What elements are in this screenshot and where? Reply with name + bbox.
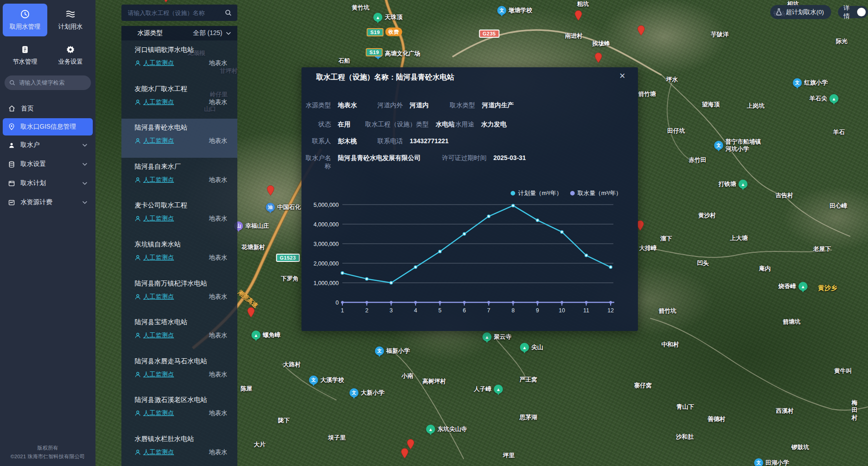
school-pin-icon[interactable]: 文 [714,141,723,150]
manual-monitor-link[interactable]: 人工监测点 [135,98,174,106]
station-name: 东坑镇自来水站 [135,240,231,249]
map-marker-icon[interactable] [594,52,602,65]
mountain-pin-icon[interactable]: ▲ [798,282,808,291]
modal-title: 取水工程（设施）名称：陆河县青砼水电站 [316,73,454,82]
field-value: 陆河县青砼水电发展有限公司 [338,154,421,170]
sidebar-search-input[interactable] [18,79,86,86]
manual-monitor-link[interactable]: 人工监测点 [135,137,174,145]
sidebar-item-water-billing[interactable]: 水资源计费 [3,194,93,211]
list-item[interactable]: 水唇镇水栏肚水电站人工监测点地表水 [121,430,237,466]
map-label-text: 思茅湖 [520,414,537,421]
over-plan-intake-button[interactable]: 超计划取水(0) [770,5,831,19]
svg-text:7: 7 [487,307,490,314]
temple-pin-icon[interactable]: ▲ [426,425,435,434]
school-pin-icon[interactable]: 文 [309,376,318,385]
manual-monitor-link[interactable]: 人工监测点 [135,293,174,301]
school-pin-icon[interactable]: 文 [350,388,359,397]
map-label-text: 幸福山庄 [246,222,269,230]
module-tile-water-saving[interactable]: 节水管理 [3,39,47,72]
map-marker-icon[interactable] [401,448,409,461]
manual-monitor-link[interactable]: 人工监测点 [135,254,174,262]
map-marker-icon[interactable] [637,25,645,38]
map-label: 寨仔窝 [634,382,652,389]
legend-item[interactable]: 计划量（m³/年） [511,189,562,197]
sidebar-item-label: 取水户 [20,141,40,149]
legend-item[interactable]: 取水量（m³/年） [570,189,622,197]
mountain-pin-icon[interactable]: ▲ [829,94,838,103]
map-label: 坪水 [666,76,678,83]
mountain-pin-icon[interactable]: ▲ [520,343,529,352]
list-item[interactable]: 陆河县激石溪老区水电站人工监测点地表水 [121,391,237,430]
list-item[interactable]: 麦卡公司取水工程人工监测点地表水 [121,196,237,236]
map-marker-icon[interactable] [574,10,582,23]
list-item[interactable]: 友能水厂取水工程人工监测点地表水 [121,80,237,119]
school-pin-icon[interactable]: 文 [793,78,802,87]
module-tile-planned-water[interactable]: 计划用水 [48,4,93,36]
search-icon[interactable] [225,9,232,16]
legend-label: 取水量（m³/年） [577,189,622,197]
station-search-input[interactable] [127,9,225,17]
list-item[interactable]: 陆河县宝塔水电站人工监测点地表水 [121,313,237,352]
manual-monitor-link[interactable]: 人工监测点 [135,176,174,184]
manual-monitor-link[interactable]: 人工监测点 [135,215,174,223]
map-marker-icon[interactable] [247,307,255,320]
person-icon [135,332,141,339]
manual-monitor-link[interactable]: 人工监测点 [135,59,174,67]
list-item[interactable]: 陆河县水唇走马石水电站人工监测点地表水 [121,352,237,391]
list-item[interactable]: 东坑镇自来水站人工监测点地表水 [121,236,237,275]
module-tile-business-settings[interactable]: 业务设置 [48,39,93,72]
map-label: 打铁塘▲ [718,180,748,189]
svg-text:8: 8 [512,307,515,314]
list-item[interactable]: 陆河县青砼水电站人工监测点地表水 [121,119,237,158]
field-label: 取水工程（设施）类型 [356,120,429,128]
mountain-pin-icon[interactable]: ▲ [738,180,748,189]
sidebar-item-intake-plan[interactable]: 取水计划 [3,175,93,192]
manual-monitor-link[interactable]: 人工监测点 [135,409,174,417]
map-label-text: 赤竹田 [689,156,707,164]
list-item[interactable]: 陆河县自来水厂人工监测点地表水 [121,158,237,197]
manual-monitor-link[interactable]: 人工监测点 [135,448,174,456]
map-label-text: 坝子里 [328,434,346,441]
map-label-text: 沙和肚 [676,433,694,441]
map-label-text: 羊石 [833,129,845,136]
manual-monitor-link[interactable]: 人工监测点 [135,371,174,379]
map-label: 望海顶 [702,101,720,108]
toggle-knob[interactable] [857,8,866,16]
sidebar-item-home[interactable]: 首页 [3,100,93,117]
close-icon[interactable]: × [619,71,625,81]
sidebar-item-label: 取水计划 [20,179,46,187]
school-pin-icon[interactable]: 文 [754,458,763,466]
app-window: 黄竹坑粗坑相坑铁场芋陂洋际光石船龙颈根甘坪村岭仔里山口南进村挨垅蜂坪水箭竹塘望海… [0,0,868,466]
mountain-pin-icon[interactable]: ▲ [251,331,261,340]
monitor-label: 人工监测点 [143,137,174,145]
map-label-text: 箭竹坑 [659,307,677,315]
list-item[interactable]: 陆河县南万镇杞洋水电站人工监测点地表水 [121,275,237,314]
map-label: 庵内 [759,265,771,272]
school-pin-icon[interactable]: 文 [497,6,507,15]
sidebar-item-water-users[interactable]: 取水户 [3,136,93,154]
sidebar-item-intake-settings[interactable]: 取水设置 [3,155,93,173]
list-item[interactable]: 河口镇唱歌潭水电站人工监测点地表水 [121,41,237,80]
map-label: 山幸福山庄 [234,221,269,230]
module-tile-water-intake[interactable]: 取用水管理 [3,4,47,36]
mountain-pin-icon[interactable]: ▲ [494,385,503,394]
map-marker-icon[interactable] [266,185,275,198]
map-label-text: 望海顶 [702,101,720,108]
over-plan-intake-label: 超计划取水(0) [786,8,824,16]
mountain-pin-icon[interactable]: ▲ [373,13,382,22]
station-filter-dropdown[interactable]: 全部 (125) [193,29,231,37]
temple-pin-icon[interactable]: ▲ [482,332,492,341]
school-pin-icon[interactable]: 文 [375,346,384,356]
detail-toggle[interactable]: 详情 [838,6,868,18]
person-icon [135,294,141,300]
gas-station-pin-icon[interactable]: 油 [266,203,275,212]
map-label: 油中国石化 [266,203,301,212]
map-label: 田心嶂 [830,202,848,210]
map-label-text: 箭塘坑 [783,318,801,326]
map-marker-icon[interactable] [162,0,170,5]
map-label-text: 小南 [401,372,413,380]
sidebar-item-gis-management[interactable]: 取水口GIS信息管理 [3,118,93,135]
map-label-text: 花塘新村 [241,244,265,251]
manual-monitor-link[interactable]: 人工监测点 [135,331,174,340]
map-label-text: 中国石化 [277,204,301,211]
